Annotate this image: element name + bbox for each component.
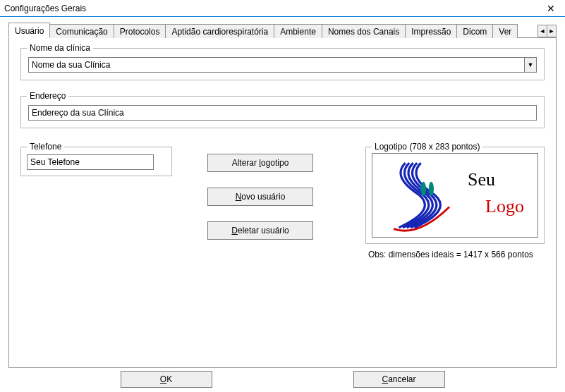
tab-label: Dicom <box>463 27 487 37</box>
new-user-button[interactable]: Novo usuário <box>207 188 313 206</box>
tab-dicom[interactable]: Dicom <box>456 24 493 38</box>
tab-label: Protocolos <box>120 27 160 37</box>
dialog-buttons: OK Cancelar <box>0 371 565 388</box>
tab-label: Ambiente <box>280 27 316 37</box>
clinic-name-dropdown-button[interactable]: ▼ <box>524 57 537 73</box>
group-address: Endereço <box>20 96 545 128</box>
logo-graphic-icon <box>379 157 457 234</box>
logo-dimensions-note: Obs: dimensões ideais = 1417 x 566 ponto… <box>365 250 545 259</box>
logo-text-top: Seu <box>468 169 495 190</box>
button-label: Deletar usuário <box>231 223 288 238</box>
chevron-down-icon: ▼ <box>528 61 534 68</box>
tab-scroll: ◄ ► <box>538 25 557 37</box>
tab-usuario[interactable]: Usuário <box>8 23 50 38</box>
group-legend: Telefone <box>27 142 64 152</box>
tab-label: Nomes dos Canais <box>328 27 399 37</box>
clinic-name-input[interactable] <box>28 57 524 73</box>
group-legend: Logotipo (708 x 283 pontos) <box>372 142 482 152</box>
tab-label: Usuário <box>15 26 44 36</box>
group-legend: Endereço <box>27 91 68 101</box>
close-icon: ✕ <box>547 3 555 14</box>
tab-strip: Usuário Comunicação Protocolos Aptidão c… <box>8 23 557 38</box>
logo-preview: Seu Logo <box>372 153 538 238</box>
button-label: Alterar logotipo <box>232 155 289 171</box>
group-logo: Logotipo (708 x 283 pontos) <box>365 147 545 244</box>
button-label: OK <box>160 372 172 387</box>
tab-protocolos[interactable]: Protocolos <box>114 24 166 38</box>
tab-label: Aptidão cardiorespiratória <box>171 27 268 37</box>
close-button[interactable]: ✕ <box>537 0 565 17</box>
tab-content-usuario: Nome da clínica ▼ Endereço Telefone <box>8 38 557 368</box>
title-bar: Configurações Gerais ✕ <box>0 0 565 17</box>
group-clinic-name: Nome da clínica ▼ <box>20 48 545 80</box>
tab-impressao[interactable]: Impressão <box>405 24 457 38</box>
chevron-right-icon: ► <box>549 27 555 35</box>
tab-ver[interactable]: Ver <box>492 24 518 38</box>
change-logo-button[interactable]: Alterar logotipo <box>207 154 313 172</box>
tab-scroll-right[interactable]: ► <box>547 25 557 37</box>
tab-label: Impressão <box>411 27 451 37</box>
group-phone: Telefone <box>20 147 172 176</box>
svg-point-0 <box>421 182 426 196</box>
svg-point-1 <box>429 182 434 196</box>
tab-nomes-canais[interactable]: Nomes dos Canais <box>322 24 406 38</box>
tab-label: Comunicação <box>56 27 107 37</box>
delete-user-button[interactable]: Deletar usuário <box>207 221 313 240</box>
window-title: Configurações Gerais <box>4 4 86 13</box>
phone-input[interactable] <box>27 154 154 170</box>
button-label: Novo usuário <box>236 189 286 204</box>
tab-label: Ver <box>499 27 511 37</box>
button-label: Cancelar <box>382 372 415 387</box>
logo-text-bottom: Logo <box>485 196 524 217</box>
group-legend: Nome da clínica <box>27 43 93 53</box>
tab-scroll-left[interactable]: ◄ <box>537 25 547 37</box>
address-input[interactable] <box>28 105 537 121</box>
clinic-name-combo[interactable]: ▼ <box>28 57 537 73</box>
chevron-left-icon: ◄ <box>540 27 546 35</box>
ok-button[interactable]: OK <box>121 371 212 388</box>
tab-aptidao[interactable]: Aptidão cardiorespiratória <box>165 24 274 38</box>
cancel-button[interactable]: Cancelar <box>353 371 445 388</box>
tab-comunicacao[interactable]: Comunicação <box>49 24 114 38</box>
tab-ambiente[interactable]: Ambiente <box>274 24 322 38</box>
